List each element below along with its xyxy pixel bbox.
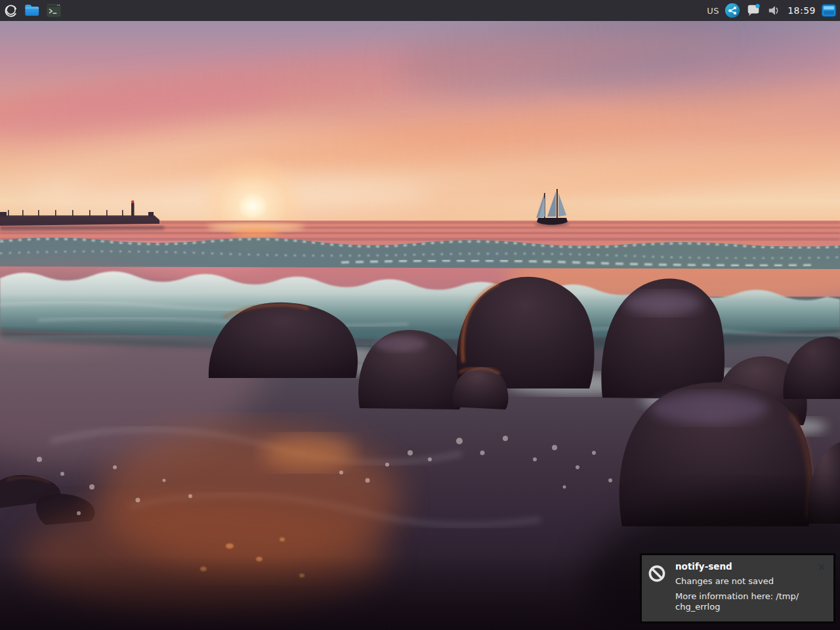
close-icon[interactable]: × [817, 561, 826, 573]
terminal-icon[interactable] [46, 3, 62, 18]
lighthouse [131, 200, 135, 217]
system-tray: US 18:59 [707, 3, 840, 18]
desktop-wallpaper [0, 21, 840, 630]
prohibited-icon [648, 565, 665, 582]
window-list-icon[interactable] [821, 3, 837, 18]
clipboard-notes-icon[interactable] [746, 3, 761, 18]
notification-app-name: notify-send [675, 561, 802, 572]
notification-summary: Changes are not saved [675, 576, 802, 586]
clock[interactable]: 18:59 [788, 5, 816, 16]
notification-popup[interactable]: notify-send Changes are not saved More i… [640, 553, 835, 623]
notification-body: More information here: /tmp/chg_errlog [675, 591, 802, 612]
network-share-icon[interactable] [724, 3, 740, 18]
keyboard-layout-indicator[interactable]: US [707, 6, 719, 16]
distro-menu-icon[interactable] [3, 3, 18, 18]
sailboat [535, 189, 569, 226]
volume-icon[interactable] [766, 3, 782, 18]
top-panel: US 18:59 [0, 0, 840, 21]
file-manager-icon[interactable] [24, 3, 40, 18]
breakwater-pier [0, 200, 164, 231]
seascape-scene [0, 21, 840, 630]
notification-text: notify-send Changes are not saved More i… [675, 561, 802, 621]
launcher-group [0, 3, 62, 18]
